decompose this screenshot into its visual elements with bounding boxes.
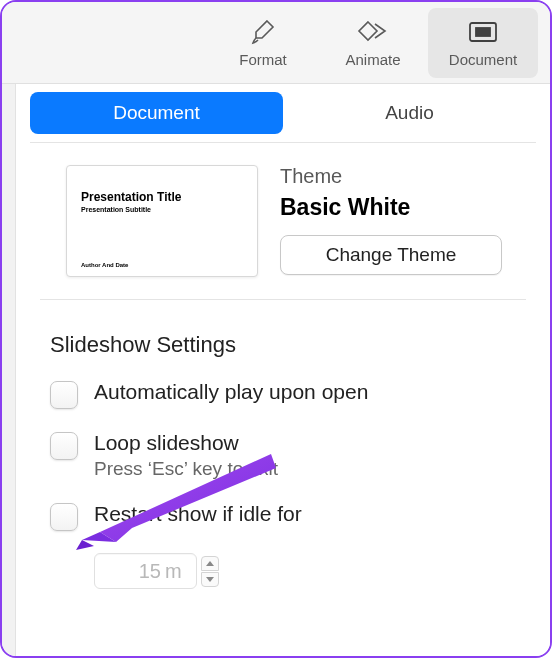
idle-unit: m [165,560,190,583]
tab-audio[interactable]: Audio [283,92,536,134]
auto-play-checkbox[interactable] [50,381,78,409]
change-theme-button[interactable]: Change Theme [280,235,502,275]
document-tab[interactable]: Document [428,8,538,78]
thumb-title: Presentation Title [81,190,243,204]
restart-label: Restart show if idle for [94,502,302,526]
restart-row: Restart show if idle for [50,502,516,531]
theme-name: Basic White [280,194,502,221]
animate-tab[interactable]: Animate [318,8,428,78]
stepper-down[interactable] [201,572,219,587]
format-label: Format [239,51,287,68]
loop-sublabel: Press ‘Esc’ key to exit [94,458,278,480]
diamond-icon [357,17,389,47]
theme-thumbnail[interactable]: Presentation Title Presentation Subtitle… [66,165,258,277]
brush-icon [249,17,277,47]
theme-label: Theme [280,165,502,188]
document-label: Document [449,51,517,68]
tab-document[interactable]: Document [30,92,283,134]
theme-section: Presentation Title Presentation Subtitle… [40,143,526,300]
thumb-author: Author And Date [81,262,243,268]
idle-value[interactable]: 15 [109,560,165,583]
document-panel: Document Audio Presentation Title Presen… [16,84,550,656]
left-rail [2,84,16,656]
loop-checkbox[interactable] [50,432,78,460]
loop-row: Loop slideshow Press ‘Esc’ key to exit [50,431,516,480]
theme-info: Theme Basic White Change Theme [280,165,502,277]
loop-label: Loop slideshow [94,431,278,455]
animate-label: Animate [345,51,400,68]
document-icon [468,17,498,47]
stepper-up[interactable] [201,556,219,571]
inspector-toolbar: Format Animate Document [2,2,550,84]
idle-stepper: 15 m [94,553,516,589]
restart-checkbox[interactable] [50,503,78,531]
format-tab[interactable]: Format [208,8,318,78]
settings-title: Slideshow Settings [50,332,516,358]
auto-play-row: Automatically play upon open [50,380,516,409]
segmented-control: Document Audio [30,92,536,143]
slideshow-settings: Slideshow Settings Automatically play up… [16,300,550,599]
auto-play-label: Automatically play upon open [94,380,368,404]
thumb-subtitle: Presentation Subtitle [81,206,243,213]
svg-rect-1 [476,28,490,36]
